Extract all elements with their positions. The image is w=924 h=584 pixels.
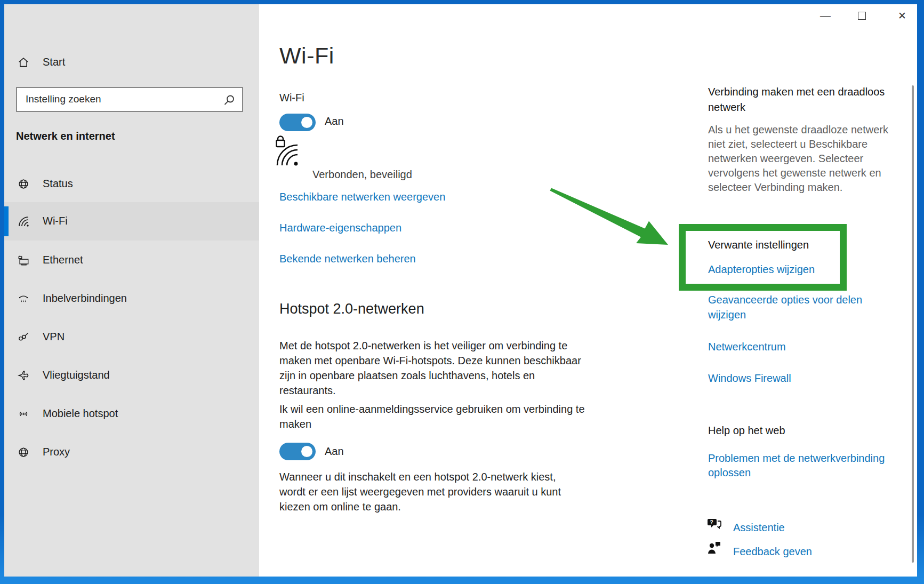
connect-heading: Verbinding maken met een draadloos netwe… bbox=[708, 84, 892, 115]
airplane-icon bbox=[18, 370, 29, 383]
feedback-icon bbox=[707, 541, 722, 558]
dialup-icon bbox=[18, 293, 29, 307]
wifi-icon bbox=[18, 215, 30, 230]
wifi-toggle-state: Aan bbox=[325, 115, 344, 127]
wifi-toggle[interactable] bbox=[279, 114, 316, 131]
wifi-toggle-label: Wi-Fi bbox=[279, 92, 304, 104]
hotspot-description: Met de hotspot 2.0-netwerken is het veil… bbox=[279, 338, 582, 398]
search-icon bbox=[223, 94, 236, 109]
sidebar-item-wifi[interactable]: Wi-Fi bbox=[4, 202, 259, 241]
sidebar-item-dialup[interactable]: Inbelverbindingen bbox=[4, 279, 259, 318]
related-settings-heading: Verwante instellingen bbox=[708, 239, 809, 251]
sidebar-item-label: Wi-Fi bbox=[43, 215, 68, 227]
help-heading: Help op het web bbox=[708, 425, 785, 437]
sidebar-item-proxy[interactable]: Proxy bbox=[4, 433, 259, 471]
assistance-link[interactable]: Assistentie bbox=[733, 520, 785, 535]
sidebar-item-airplane[interactable]: Vliegtuigstand bbox=[4, 356, 259, 395]
sidebar-item-label: VPN bbox=[43, 331, 65, 343]
sidebar-item-label: Vliegtuigstand bbox=[43, 369, 110, 381]
search-placeholder: Instelling zoeken bbox=[26, 93, 101, 105]
hotspot-toggle-label: Ik wil een online-aanmeldingsservice geb… bbox=[279, 402, 586, 431]
minimize-icon: — bbox=[820, 10, 831, 22]
svg-text:?: ? bbox=[710, 519, 713, 525]
sidebar-item-start[interactable]: Start bbox=[4, 50, 259, 75]
hotspot-toggle-state: Aan bbox=[325, 445, 344, 458]
maximize-icon bbox=[858, 12, 866, 20]
sidebar-item-label: Proxy bbox=[43, 446, 70, 458]
desktop: { "window": { "title": "Instellingen", "… bbox=[0, 0, 924, 584]
close-icon: ✕ bbox=[898, 10, 906, 22]
assistance-icon: ? bbox=[706, 516, 722, 534]
toggle-knob bbox=[301, 117, 312, 128]
connection-status: Verbonden, beveiligd bbox=[312, 169, 412, 181]
vertical-scrollbar[interactable] bbox=[912, 85, 914, 563]
hotspot-toggle[interactable] bbox=[279, 443, 316, 460]
sidebar-item-ethernet[interactable]: Ethernet bbox=[4, 241, 259, 279]
settings-window: Instellingen — ✕ Start Instelling zoeken… bbox=[4, 4, 917, 577]
change-adapter-options-link[interactable]: Adapteropties wijzigen bbox=[708, 262, 815, 277]
sidebar-item-label: Ethernet bbox=[43, 254, 83, 266]
sidebar-item-label: Inbelverbindingen bbox=[43, 292, 127, 305]
search-input[interactable]: Instelling zoeken bbox=[16, 87, 243, 112]
ethernet-icon bbox=[18, 254, 29, 268]
vpn-icon bbox=[18, 331, 29, 345]
network-center-link[interactable]: Netwerkcentrum bbox=[708, 339, 786, 354]
selected-accent-bar bbox=[4, 206, 9, 236]
home-icon bbox=[18, 57, 29, 70]
show-available-networks-link[interactable]: Beschikbare netwerken weergeven bbox=[279, 191, 445, 203]
connect-text: Als u het gewenste draadloze netwerk nie… bbox=[708, 123, 888, 195]
sidebar-item-status[interactable]: Status bbox=[4, 165, 259, 203]
close-button[interactable]: ✕ bbox=[890, 6, 914, 25]
sidebar-item-label: Status bbox=[43, 178, 73, 190]
sidebar-item-label: Mobiele hotspot bbox=[43, 407, 118, 420]
hotspot-icon bbox=[18, 408, 29, 422]
windows-firewall-link[interactable]: Windows Firewall bbox=[708, 371, 791, 386]
sidebar: Start Instelling zoeken Netwerk en inter… bbox=[4, 4, 259, 577]
advanced-sharing-options-link[interactable]: Geavanceerde opties voor delen wijzigen bbox=[708, 292, 884, 322]
hotspot-section-title: Hotspot 2.0-netwerken bbox=[279, 301, 424, 317]
sidebar-item-mobile-hotspot[interactable]: Mobiele hotspot bbox=[4, 395, 259, 433]
troubleshoot-network-link[interactable]: Problemen met de netwerkverbinding oplos… bbox=[708, 451, 887, 480]
annotation-highlight-box bbox=[679, 224, 847, 291]
sidebar-item-vpn[interactable]: VPN bbox=[4, 318, 259, 356]
hardware-properties-link[interactable]: Hardware-eigenschappen bbox=[279, 222, 401, 234]
secured-wifi-icon bbox=[275, 135, 303, 170]
manage-known-networks-link[interactable]: Bekende netwerken beheren bbox=[279, 253, 416, 265]
toggle-knob bbox=[301, 446, 312, 457]
minimize-button[interactable]: — bbox=[814, 6, 837, 25]
sidebar-section-header: Netwerk en internet bbox=[16, 130, 115, 142]
hotspot-footnote: Wanneer u dit inschakelt en een hotspot … bbox=[279, 469, 584, 514]
feedback-link[interactable]: Feedback geven bbox=[733, 544, 812, 559]
maximize-button[interactable] bbox=[850, 6, 873, 25]
globe-icon bbox=[18, 178, 29, 192]
sidebar-item-label: Start bbox=[43, 56, 65, 68]
page-title: Wi-Fi bbox=[279, 43, 334, 69]
globe-icon bbox=[18, 446, 29, 460]
